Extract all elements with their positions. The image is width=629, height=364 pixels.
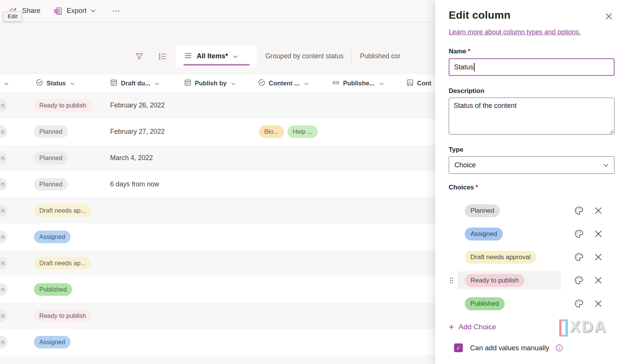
choices-label: Choices*	[449, 184, 615, 191]
share-button-label: Share	[22, 7, 40, 15]
column-header-status[interactable]: Status	[30, 74, 105, 92]
status-badge: Published	[34, 283, 72, 296]
chevron-down-icon	[233, 53, 238, 60]
resize-grip[interactable]	[609, 129, 613, 133]
xda-watermark: [] XDA	[558, 317, 607, 336]
draft-due-date: February 27, 2022	[110, 128, 165, 135]
view-options-icon[interactable]	[158, 51, 168, 61]
name-input-value: Status	[454, 63, 473, 71]
add-choice-label: Add Choice	[459, 323, 496, 331]
content-tags: Blo...Help ...	[253, 125, 327, 138]
description-value: Status of the content	[454, 102, 517, 109]
chevron-down-icon	[70, 80, 75, 87]
content-tag-badge: Blo...	[259, 125, 284, 138]
description-label: Description	[449, 87, 615, 95]
export-button[interactable]: Export	[53, 6, 96, 16]
chevron-down-icon	[155, 80, 159, 87]
choice-row[interactable]: Ready to publish	[449, 269, 615, 292]
cutoff-pill: n	[0, 309, 7, 322]
chevron-down-icon	[603, 161, 609, 169]
name-label: Name*	[449, 48, 615, 55]
palette-icon[interactable]	[573, 251, 585, 263]
choice-row[interactable]: Draft needs approval	[449, 245, 615, 269]
filter-icon[interactable]	[134, 51, 144, 61]
choice-row[interactable]: Planned	[449, 199, 615, 222]
can-add-checkbox[interactable]: ✓	[454, 343, 463, 352]
chevron-down-icon	[4, 80, 9, 87]
required-asterisk: *	[475, 184, 478, 191]
watermark-bracket-left: [	[558, 319, 564, 334]
status-badge: Assigned	[34, 231, 71, 243]
cutoff-pill: n	[0, 99, 7, 112]
palette-icon[interactable]	[573, 205, 585, 216]
cutoff-pill: n	[0, 283, 7, 296]
choice-row[interactable]: Published	[449, 292, 615, 315]
chevron-down-icon	[379, 80, 384, 87]
watermark-bracket-right: ]	[563, 319, 569, 334]
palette-icon[interactable]	[573, 274, 585, 286]
tab-grouped-by-status[interactable]: Grouped by content status	[265, 52, 343, 60]
calendar-icon	[184, 79, 192, 88]
column-header-content[interactable]: Content ...	[253, 74, 327, 92]
status-badge: Planned	[34, 125, 68, 138]
more-options-button[interactable]	[112, 6, 121, 16]
status-badge: Planned	[34, 152, 68, 164]
cutoff-pill: n	[0, 336, 7, 348]
edit-tooltip: Edit	[3, 11, 22, 22]
remove-choice-icon[interactable]	[593, 252, 604, 263]
remove-choice-icon[interactable]	[593, 228, 604, 239]
cutoff-pill: n	[0, 257, 7, 269]
name-input[interactable]: Status	[449, 58, 615, 76]
cutoff-pill: n	[0, 152, 7, 164]
column-header-cutoff[interactable]	[0, 74, 30, 92]
draft-due-date: February 26, 2022	[110, 101, 165, 109]
remove-choice-icon[interactable]	[593, 275, 604, 286]
cutoff-pill: n	[0, 178, 7, 191]
learn-more-link[interactable]: Learn more about column types and option…	[449, 28, 581, 36]
chevron-down-icon	[90, 9, 96, 13]
cutoff-pill: n	[0, 231, 7, 243]
palette-icon[interactable]	[573, 228, 585, 240]
close-icon[interactable]	[603, 11, 615, 23]
description-textarea[interactable]: Status of the content	[449, 98, 615, 135]
add-choice-button[interactable]: + Add Choice	[449, 323, 496, 331]
draft-due-date: March 4, 2022	[110, 154, 153, 162]
edit-column-panel: Edit column Learn more about column type…	[435, 0, 629, 364]
draft-due-date: 6 days from now	[110, 180, 159, 188]
chevron-down-icon	[304, 80, 309, 87]
column-header-draft-due[interactable]: Draft du...	[105, 74, 179, 92]
plus-icon: +	[449, 323, 454, 331]
choice-column-icon	[258, 79, 266, 88]
chevron-down-icon	[231, 80, 236, 87]
column-header-published[interactable]: Publishe...	[327, 74, 401, 92]
cutoff-pill: n	[0, 125, 7, 138]
app-root: Share Export	[0, 0, 629, 364]
panel-title: Edit column	[449, 9, 510, 21]
tab-all-items[interactable]: All Items*	[176, 45, 257, 67]
palette-icon[interactable]	[573, 298, 585, 309]
remove-choice-icon[interactable]	[593, 205, 604, 216]
status-badge: Assigned	[34, 336, 71, 348]
required-asterisk: *	[468, 48, 470, 55]
type-label: Type	[449, 146, 615, 154]
choice-pill: Ready to publish	[465, 274, 525, 287]
choice-column-icon	[35, 79, 43, 88]
watermark-text: XDA	[570, 317, 607, 336]
column-header-publish-by[interactable]: Publish by	[179, 74, 253, 92]
active-tab-underline	[183, 64, 250, 66]
type-select-value: Choice	[454, 161, 476, 169]
type-select[interactable]: Choice	[449, 156, 615, 174]
choice-row[interactable]: Assigned	[449, 222, 615, 245]
choice-list: Planned Assigned	[449, 199, 615, 315]
drag-handle-icon[interactable]	[449, 276, 454, 285]
tab-published[interactable]: Published cor	[360, 52, 400, 60]
image-icon	[406, 79, 414, 88]
tab-all-items-label: All Items*	[197, 52, 228, 60]
choice-pill: Planned	[465, 204, 500, 217]
cutoff-pill: n	[0, 204, 7, 217]
remove-choice-icon[interactable]	[593, 298, 604, 309]
status-badge: Ready to publish	[34, 99, 91, 112]
info-icon[interactable]	[555, 344, 563, 352]
excel-icon	[53, 6, 63, 16]
can-add-values-row: ✓ Can add values manually	[449, 343, 615, 352]
